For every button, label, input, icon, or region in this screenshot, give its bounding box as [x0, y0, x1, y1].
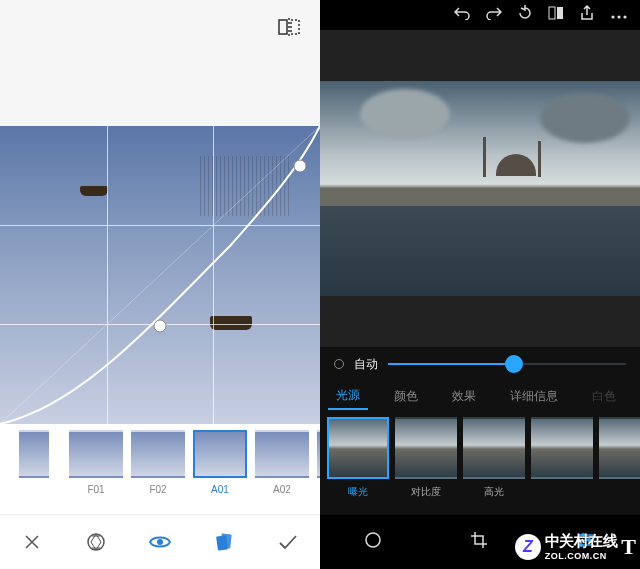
watermark-t: T — [621, 534, 636, 560]
right-header — [320, 0, 640, 30]
left-preview-image[interactable] — [0, 126, 320, 424]
tab-detail[interactable]: 详细信息 — [502, 384, 566, 409]
preset-thumb-partial[interactable] — [4, 430, 64, 484]
auto-toggle[interactable] — [334, 359, 344, 369]
left-toolbar — [0, 514, 320, 569]
left-editor-panel: F01 F02 A01 A02 N01 — [0, 0, 320, 569]
confirm-button[interactable] — [273, 527, 303, 557]
preset-a01[interactable]: A01 — [190, 430, 250, 495]
svg-rect-10 — [557, 7, 563, 19]
svg-point-12 — [617, 15, 620, 18]
watermark-brand-cn: 中关村在线 — [545, 532, 618, 549]
watermark-brand-url: ZOL.COM.CN — [545, 551, 618, 561]
right-editor-panel: 自动 光源 颜色 效果 详细信息 白色 曝光 对比度 高光 — [320, 0, 640, 569]
svg-rect-1 — [291, 20, 299, 34]
preset-a02[interactable]: A02 — [252, 430, 312, 495]
right-preview-image[interactable] — [320, 30, 640, 347]
tab-effect[interactable]: 效果 — [444, 384, 484, 409]
eye-icon[interactable] — [145, 527, 175, 557]
tab-light[interactable]: 光源 — [328, 383, 368, 410]
adj-exposure[interactable]: 曝光 — [326, 417, 390, 515]
preset-f01[interactable]: F01 — [66, 430, 126, 495]
more-icon[interactable] — [610, 6, 628, 24]
auto-label: 自动 — [354, 356, 378, 373]
undo-icon[interactable] — [454, 6, 470, 24]
exposure-slider-row: 自动 — [320, 347, 640, 381]
adj-next2[interactable] — [598, 417, 640, 515]
compare-split-icon[interactable] — [548, 6, 564, 24]
cards-icon[interactable] — [209, 527, 239, 557]
watermark-logo: Z — [515, 534, 541, 560]
svg-point-14 — [366, 533, 380, 547]
reset-icon[interactable] — [518, 5, 532, 25]
crop-icon[interactable] — [470, 531, 488, 553]
circle-icon[interactable] — [364, 531, 382, 553]
grid-overlay — [0, 126, 320, 424]
adjustment-strip: 曝光 对比度 高光 — [320, 411, 640, 515]
svg-rect-0 — [279, 20, 287, 34]
adjust-tabs: 光源 颜色 效果 详细信息 白色 — [320, 381, 640, 411]
svg-point-6 — [157, 539, 163, 545]
adj-next1[interactable] — [530, 417, 594, 515]
compare-icon[interactable] — [278, 18, 300, 40]
preset-f02[interactable]: F02 — [128, 430, 188, 495]
exposure-slider[interactable] — [388, 363, 626, 365]
tab-color[interactable]: 颜色 — [386, 384, 426, 409]
svg-rect-8 — [220, 534, 231, 549]
tab-white[interactable]: 白色 — [584, 384, 624, 409]
preset-strip: F01 F02 A01 A02 N01 — [0, 424, 320, 514]
watermark: Z 中关村在线 ZOL.COM.CN T — [515, 532, 636, 561]
adj-highlights[interactable]: 高光 — [462, 417, 526, 515]
redo-icon[interactable] — [486, 6, 502, 24]
svg-rect-9 — [549, 7, 555, 19]
share-icon[interactable] — [580, 5, 594, 25]
svg-point-13 — [623, 15, 626, 18]
svg-point-11 — [611, 15, 614, 18]
cancel-button[interactable] — [17, 527, 47, 557]
aperture-icon[interactable] — [81, 527, 111, 557]
adj-contrast[interactable]: 对比度 — [394, 417, 458, 515]
left-header — [0, 0, 320, 126]
